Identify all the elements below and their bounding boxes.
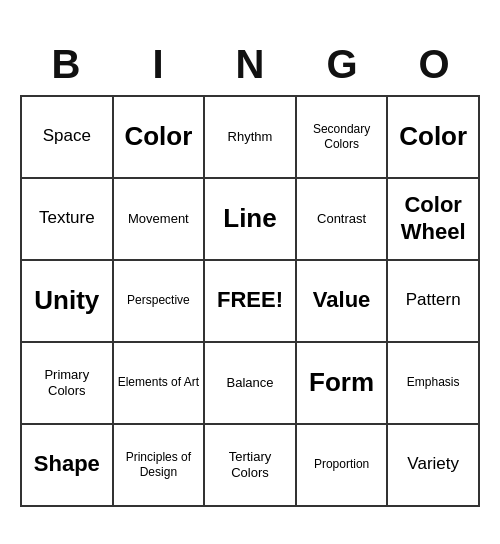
bingo-cell-23: Proportion <box>297 425 389 507</box>
cell-text-15: Primary Colors <box>26 367 108 398</box>
cell-text-17: Balance <box>227 375 274 391</box>
bingo-cell-8: Contrast <box>297 179 389 261</box>
bingo-letter-b: B <box>20 38 112 95</box>
bingo-cell-24: Variety <box>388 425 480 507</box>
bingo-cell-7: Line <box>205 179 297 261</box>
bingo-header: BINGO <box>20 38 480 95</box>
cell-text-22: Tertiary Colors <box>209 449 291 480</box>
cell-text-3: Secondary Colors <box>301 122 383 151</box>
bingo-cell-4: Color <box>388 97 480 179</box>
bingo-cell-21: Principles of Design <box>114 425 206 507</box>
bingo-grid: SpaceColorRhythmSecondary ColorsColorTex… <box>20 95 480 507</box>
cell-text-11: Perspective <box>127 293 190 307</box>
bingo-letter-n: N <box>204 38 296 95</box>
cell-text-6: Movement <box>128 211 189 227</box>
bingo-cell-9: Color Wheel <box>388 179 480 261</box>
bingo-cell-1: Color <box>114 97 206 179</box>
bingo-cell-17: Balance <box>205 343 297 425</box>
bingo-cell-5: Texture <box>22 179 114 261</box>
bingo-cell-19: Emphasis <box>388 343 480 425</box>
bingo-cell-11: Perspective <box>114 261 206 343</box>
cell-text-0: Space <box>43 126 91 146</box>
bingo-letter-o: O <box>388 38 480 95</box>
cell-text-19: Emphasis <box>407 375 460 389</box>
cell-text-21: Principles of Design <box>118 450 200 479</box>
cell-text-9: Color Wheel <box>392 192 474 245</box>
bingo-cell-12: FREE! <box>205 261 297 343</box>
bingo-card: BINGO SpaceColorRhythmSecondary ColorsCo… <box>10 28 490 517</box>
bingo-cell-10: Unity <box>22 261 114 343</box>
bingo-cell-14: Pattern <box>388 261 480 343</box>
cell-text-20: Shape <box>34 451 100 477</box>
bingo-cell-13: Value <box>297 261 389 343</box>
cell-text-8: Contrast <box>317 211 366 227</box>
bingo-cell-3: Secondary Colors <box>297 97 389 179</box>
bingo-letter-i: I <box>112 38 204 95</box>
cell-text-1: Color <box>124 121 192 152</box>
cell-text-24: Variety <box>407 454 459 474</box>
cell-text-10: Unity <box>34 285 99 316</box>
bingo-cell-18: Form <box>297 343 389 425</box>
cell-text-18: Form <box>309 367 374 398</box>
bingo-cell-22: Tertiary Colors <box>205 425 297 507</box>
cell-text-13: Value <box>313 287 370 313</box>
cell-text-14: Pattern <box>406 290 461 310</box>
bingo-cell-15: Primary Colors <box>22 343 114 425</box>
cell-text-4: Color <box>399 121 467 152</box>
bingo-cell-6: Movement <box>114 179 206 261</box>
bingo-cell-0: Space <box>22 97 114 179</box>
cell-text-23: Proportion <box>314 457 369 471</box>
cell-text-5: Texture <box>39 208 95 228</box>
cell-text-12: FREE! <box>217 287 283 313</box>
cell-text-2: Rhythm <box>228 129 273 145</box>
bingo-cell-20: Shape <box>22 425 114 507</box>
cell-text-7: Line <box>223 203 276 234</box>
bingo-cell-2: Rhythm <box>205 97 297 179</box>
bingo-cell-16: Elements of Art <box>114 343 206 425</box>
cell-text-16: Elements of Art <box>118 375 199 389</box>
bingo-letter-g: G <box>296 38 388 95</box>
